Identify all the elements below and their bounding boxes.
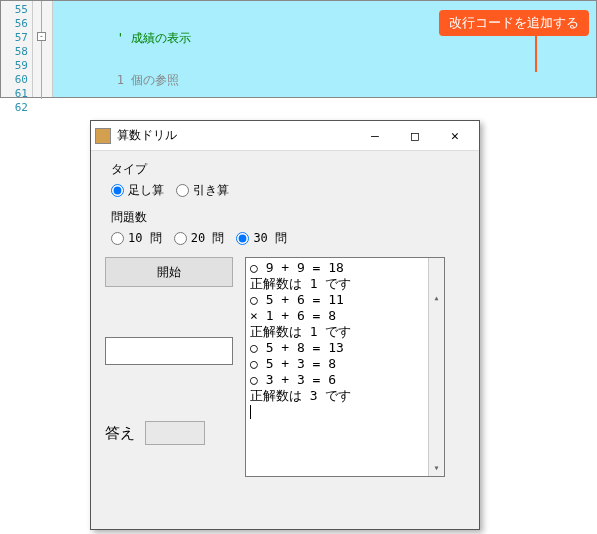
- answer-display: [145, 421, 205, 445]
- code-line: 1 個の参照: [57, 73, 596, 87]
- radio-input[interactable]: [174, 232, 187, 245]
- app-icon: [95, 128, 111, 144]
- fold-line: [41, 1, 42, 99]
- radio-input[interactable]: [176, 184, 189, 197]
- annotation-pointer: [535, 32, 537, 72]
- fold-collapse-icon[interactable]: -: [37, 32, 46, 41]
- output-box[interactable]: ○ 9 + 9 = 18 正解数は 1 です ○ 5 + 6 = 11 × 1 …: [245, 257, 445, 477]
- minimize-button[interactable]: —: [355, 122, 395, 150]
- window-title: 算数ドリル: [117, 127, 355, 144]
- line-num: 62: [1, 101, 32, 115]
- answer-label: 答え: [105, 424, 135, 443]
- input-box[interactable]: [105, 337, 233, 365]
- scrollbar[interactable]: ▴ ▾: [428, 258, 444, 476]
- radio-label: 足し算: [128, 182, 164, 199]
- line-number-gutter: 55 56 57 58 59 60 61 62: [1, 1, 33, 97]
- type-group-label: タイプ: [111, 161, 465, 178]
- text-caret: [250, 405, 251, 419]
- app-window: 算数ドリル — □ ✕ タイプ 足し算 引き算 問題数 10 問 20 問 30…: [90, 120, 480, 530]
- comment: ' 成績の表示: [117, 31, 191, 45]
- line-num: 56: [1, 17, 32, 31]
- fold-gutter: -: [33, 1, 53, 97]
- maximize-button[interactable]: □: [395, 122, 435, 150]
- radio-label: 引き算: [193, 182, 229, 199]
- radio-addition[interactable]: 足し算: [111, 182, 164, 199]
- client-area: タイプ 足し算 引き算 問題数 10 問 20 問 30 問 開始 答え ○ 9…: [91, 151, 479, 487]
- main-area: 開始 答え ○ 9 + 9 = 18 正解数は 1 です ○ 5 + 6 = 1…: [105, 257, 465, 477]
- reference-count: 1 個の参照: [117, 73, 179, 87]
- answer-row: 答え: [105, 421, 235, 445]
- output-text: ○ 9 + 9 = 18 正解数は 1 です ○ 5 + 6 = 11 × 1 …: [250, 260, 351, 403]
- scroll-down-icon[interactable]: ▾: [429, 460, 444, 476]
- count-radio-group: 10 問 20 問 30 問: [111, 230, 465, 247]
- line-num: 60: [1, 73, 32, 87]
- radio-30[interactable]: 30 問: [236, 230, 287, 247]
- close-button[interactable]: ✕: [435, 122, 475, 150]
- line-num: 61: [1, 87, 32, 101]
- titlebar[interactable]: 算数ドリル — □ ✕: [91, 121, 479, 151]
- left-column: 開始 答え: [105, 257, 235, 477]
- line-num: 59: [1, 59, 32, 73]
- annotation-callout: 改行コードを追加する: [439, 10, 589, 36]
- radio-input[interactable]: [111, 184, 124, 197]
- radio-20[interactable]: 20 問: [174, 230, 225, 247]
- start-button[interactable]: 開始: [105, 257, 233, 287]
- radio-label: 10 問: [128, 230, 162, 247]
- radio-10[interactable]: 10 問: [111, 230, 162, 247]
- line-num: 57: [1, 31, 32, 45]
- radio-input[interactable]: [111, 232, 124, 245]
- scroll-up-icon[interactable]: ▴: [429, 290, 444, 306]
- radio-label: 20 問: [191, 230, 225, 247]
- type-radio-group: 足し算 引き算: [111, 182, 465, 199]
- count-group-label: 問題数: [111, 209, 465, 226]
- radio-label: 30 問: [253, 230, 287, 247]
- line-num: 55: [1, 3, 32, 17]
- radio-input[interactable]: [236, 232, 249, 245]
- radio-subtraction[interactable]: 引き算: [176, 182, 229, 199]
- line-num: 58: [1, 45, 32, 59]
